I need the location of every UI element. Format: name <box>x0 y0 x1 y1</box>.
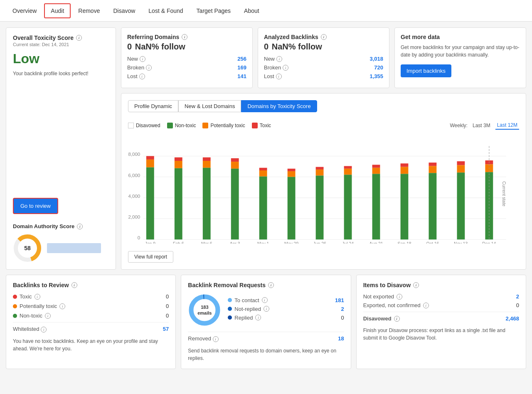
not-exported-value: 2 <box>516 293 519 300</box>
rd-broken-info[interactable]: i <box>146 65 152 71</box>
nav-lost-found[interactable]: Lost & Found <box>143 0 189 22</box>
time-3m[interactable]: Last 3M <box>471 122 492 129</box>
rd-broken-label: Broken i <box>127 64 152 71</box>
svg-text:Feb 6: Feb 6 <box>173 241 184 244</box>
svg-text:Sep 18: Sep 18 <box>397 241 411 244</box>
disavowed-row: Disavowed i 2,468 <box>363 315 519 322</box>
ab-nan: 0 NaN% follow <box>264 42 383 52</box>
enc-value: 0 <box>516 302 519 308</box>
legend-disavowed: Disavowed <box>128 123 160 128</box>
svg-rect-14 <box>146 167 154 240</box>
bottom-row: Backlinks to Review i Toxic i 0 Potentia… <box>6 275 526 369</box>
replied-value: 0 <box>341 315 344 321</box>
legend-potentially-toxic-box <box>202 123 208 128</box>
svg-rect-32 <box>316 176 324 240</box>
chart-svg: 0 2,000 4,000 6,000 8,000 <box>128 135 519 244</box>
svg-rect-37 <box>372 168 380 174</box>
divider-3 <box>363 312 519 312</box>
tab-new-lost-domains[interactable]: New & Lost Domains <box>178 100 241 112</box>
svg-rect-34 <box>344 169 352 175</box>
disavowed-value: 2,468 <box>505 315 519 322</box>
top-row: Overall Toxicity Score i Current state: … <box>6 27 526 270</box>
rd-lost-info[interactable]: i <box>139 74 145 79</box>
svg-rect-36 <box>372 165 380 167</box>
divider-2 <box>188 332 344 332</box>
nav-audit[interactable]: Audit <box>44 3 71 18</box>
nt-info[interactable]: i <box>45 313 51 319</box>
toxic-value: 0 <box>166 293 169 300</box>
rd-lost-label: Lost i <box>127 73 145 79</box>
disavow-info-icon[interactable]: i <box>413 282 419 288</box>
removal-rows: To contact i 181 Not-replied i 2 <box>228 297 344 323</box>
svg-text:Aug 21: Aug 21 <box>369 241 383 244</box>
removed-info[interactable]: i <box>213 336 219 342</box>
view-report-button[interactable]: View full report <box>128 251 173 263</box>
nav-remove[interactable]: Remove <box>72 0 106 22</box>
nav-target-pages[interactable]: Target Pages <box>191 0 237 22</box>
toxicity-info-icon[interactable]: i <box>76 35 82 41</box>
nav-overview[interactable]: Overview <box>7 0 42 22</box>
whitelisted-row: Whitelisted i 57 <box>13 326 169 332</box>
ab-lost-value: 1,355 <box>369 73 383 79</box>
nontoxic-row: Non-toxic i 0 <box>13 313 169 319</box>
metrics-row: Referring Domains i 0 NaN% follow New i … <box>121 27 526 88</box>
import-backlinks-button[interactable]: Import backlinks <box>401 64 451 77</box>
not-exported-row: Not exported i 2 <box>363 293 519 300</box>
svg-rect-43 <box>429 166 437 173</box>
not-replied-value: 2 <box>341 306 344 312</box>
backlinks-review-desc: You have no toxic backlinks. Keep an eye… <box>13 337 169 352</box>
replied-info[interactable]: i <box>255 315 261 320</box>
not-replied-info[interactable]: i <box>264 306 269 312</box>
svg-rect-15 <box>175 158 182 161</box>
da-bar <box>47 243 101 253</box>
svg-rect-24 <box>259 168 267 170</box>
toxicity-title: Overall Toxicity Score i <box>13 34 109 41</box>
to-contact-info[interactable]: i <box>262 297 268 303</box>
wl-info[interactable]: i <box>41 327 47 332</box>
nav-about[interactable]: About <box>238 0 265 22</box>
toxicity-date: Current state: Dec 14, 2021 <box>13 42 109 47</box>
backlinks-review-title: Backlinks to Review i <box>13 282 169 288</box>
divider-1 <box>13 322 169 323</box>
pt-info[interactable]: i <box>59 303 65 309</box>
toxic-info[interactable]: i <box>34 294 40 300</box>
svg-rect-25 <box>259 170 267 177</box>
disavowed-info[interactable]: i <box>394 316 400 322</box>
svg-rect-33 <box>344 166 352 169</box>
ab-broken-value: 720 <box>374 64 383 71</box>
rd-lost-value: 141 <box>237 73 246 79</box>
go-review-button[interactable]: Go to review <box>13 198 58 214</box>
legend-toxic: Toxic <box>252 123 271 128</box>
svg-text:May 29: May 29 <box>284 241 298 244</box>
nav-disavow[interactable]: Disavow <box>107 0 141 22</box>
rd-info-icon[interactable]: i <box>182 34 187 40</box>
svg-text:Dec 14: Dec 14 <box>482 241 496 244</box>
ab-info-icon[interactable]: i <box>321 34 327 40</box>
potentially-toxic-dot <box>13 304 17 308</box>
svg-rect-40 <box>401 167 409 174</box>
rd-new-info[interactable]: i <box>140 56 145 62</box>
ab-new-info[interactable]: i <box>276 56 282 62</box>
tab-domains-toxicity[interactable]: Domains by Toxicity Score <box>241 100 317 112</box>
replied-dot <box>228 315 232 320</box>
removal-info-icon[interactable]: i <box>268 282 274 288</box>
tab-profile-dynamic[interactable]: Profile Dynamic <box>128 100 178 112</box>
time-12m[interactable]: Last 12M <box>495 121 519 130</box>
svg-rect-46 <box>457 165 465 172</box>
ab-lost-info[interactable]: i <box>276 74 282 79</box>
svg-rect-27 <box>288 169 296 171</box>
svg-rect-45 <box>457 161 465 165</box>
svg-text:Mar 6: Mar 6 <box>201 241 212 244</box>
to-contact-value: 181 <box>335 297 344 303</box>
svg-text:Current state: Current state <box>502 181 506 207</box>
not-exported-info[interactable]: i <box>397 294 402 300</box>
ab-broken-info[interactable]: i <box>283 65 288 71</box>
enc-info[interactable]: i <box>423 303 429 308</box>
rd-broken-row: Broken i 169 <box>127 64 246 71</box>
svg-rect-13 <box>146 160 154 167</box>
rd-nan: 0 NaN% follow <box>127 42 246 52</box>
rd-new-row: New i 256 <box>127 56 246 62</box>
da-info-icon[interactable]: i <box>77 224 83 229</box>
br-info-icon[interactable]: i <box>71 282 77 288</box>
exported-not-confirmed-row: Exported, not confirmed i 0 <box>363 302 519 308</box>
